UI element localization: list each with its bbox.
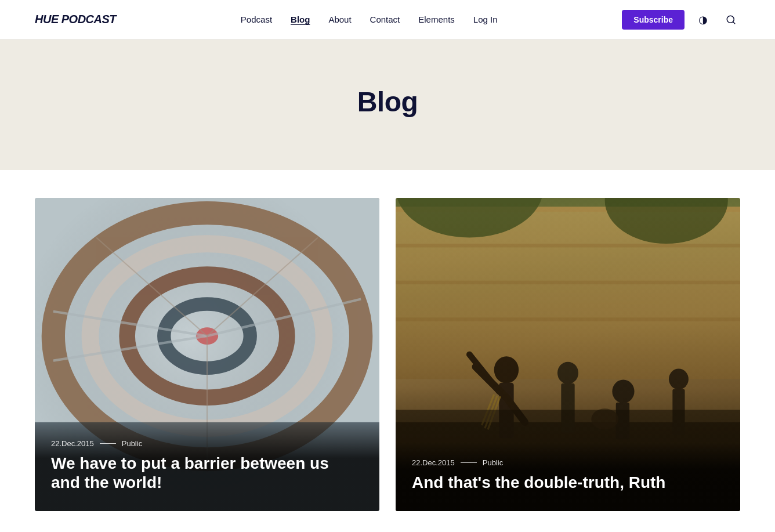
nav-login[interactable]: Log In [473, 15, 498, 24]
card-2-date: 22.Dec.2015 [412, 458, 455, 467]
blog-card-2[interactable]: 22.Dec.2015 Public And that's the double… [396, 198, 740, 511]
card-2-overlay: 22.Dec.2015 Public And that's the double… [396, 442, 740, 511]
blog-card-1[interactable]: 22.Dec.2015 Public We have to put a barr… [35, 198, 379, 511]
blog-grid: 22.Dec.2015 Public We have to put a barr… [35, 198, 740, 511]
nav-about[interactable]: About [328, 15, 351, 24]
card-1-tag: Public [122, 439, 142, 448]
page-title: Blog [23, 86, 752, 118]
site-header: HUE PODCAST Podcast Blog About Contact E… [0, 0, 775, 39]
card-1-date: 22.Dec.2015 [51, 439, 94, 448]
search-icon [726, 15, 736, 25]
subscribe-button[interactable]: Subscribe [622, 10, 685, 30]
header-actions: Subscribe ◑ [622, 10, 740, 30]
card-1-meta: 22.Dec.2015 Public [51, 439, 363, 448]
svg-line-1 [733, 21, 734, 23]
blog-section: 22.Dec.2015 Public We have to put a barr… [0, 170, 775, 532]
card-1-title: We have to put a barrier between us and … [51, 454, 341, 493]
card-2-meta: 22.Dec.2015 Public [412, 458, 724, 467]
theme-toggle-button[interactable]: ◑ [694, 10, 712, 29]
nav-blog[interactable]: Blog [291, 15, 310, 24]
card-1-separator [100, 443, 116, 444]
nav-elements[interactable]: Elements [418, 15, 455, 24]
main-nav: Podcast Blog About Contact Elements Log … [241, 15, 498, 24]
search-button[interactable] [722, 10, 740, 29]
card-2-tag: Public [483, 458, 503, 467]
card-2-separator [461, 462, 477, 463]
card-1-overlay: 22.Dec.2015 Public We have to put a barr… [35, 423, 379, 511]
nav-podcast[interactable]: Podcast [241, 15, 272, 24]
card-2-title: And that's the double-truth, Ruth [412, 473, 702, 493]
nav-contact[interactable]: Contact [370, 15, 400, 24]
hero-banner: Blog [0, 39, 775, 170]
logo[interactable]: HUE PODCAST [35, 13, 116, 26]
